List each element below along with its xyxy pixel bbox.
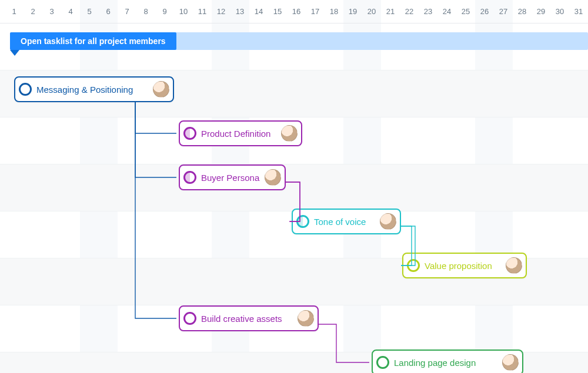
status-circle-icon xyxy=(183,312,196,325)
task-label: Value proposition xyxy=(425,261,501,271)
task-label: Tone of voice xyxy=(314,217,375,227)
timeline-day: 8 xyxy=(136,0,155,23)
tasklist-label: Open tasklist for all project members xyxy=(10,32,176,50)
task-messaging[interactable]: Messaging & Positioning xyxy=(14,76,174,102)
timeline-day: 3 xyxy=(42,0,61,23)
timeline-day: 23 xyxy=(419,0,437,23)
timeline-day: 29 xyxy=(532,0,550,23)
timeline-day: 15 xyxy=(268,0,287,23)
timeline-day: 14 xyxy=(249,0,268,23)
task-tone-of-voice[interactable]: Tone of voice xyxy=(292,209,401,234)
timeline-day: 21 xyxy=(381,0,400,23)
task-value-proposition[interactable]: Value proposition xyxy=(402,253,527,278)
timeline-day: 18 xyxy=(325,0,343,23)
tasklist-pointer-icon xyxy=(10,50,19,56)
timeline-day: 17 xyxy=(306,0,325,23)
task-label: Product Definition xyxy=(201,129,276,139)
avatar[interactable] xyxy=(506,257,522,274)
task-landing-page[interactable]: Landing page design xyxy=(372,350,523,373)
timeline-day: 1 xyxy=(5,0,24,23)
gantt-row xyxy=(0,164,588,211)
timeline-day: 25 xyxy=(456,0,475,23)
status-circle-icon xyxy=(296,215,309,228)
timeline-day: 22 xyxy=(400,0,419,23)
timeline-day: 27 xyxy=(494,0,513,23)
status-circle-icon xyxy=(407,259,420,272)
tasklist-banner[interactable]: Open tasklist for all project members xyxy=(10,32,588,50)
task-buyer-persona[interactable]: Buyer Persona xyxy=(179,164,286,190)
task-creative-assets[interactable]: Build creative assets xyxy=(179,305,319,331)
timeline-header: 1234567891011121314151617181920212223242… xyxy=(0,0,588,23)
timeline-day: 7 xyxy=(118,0,136,23)
avatar[interactable] xyxy=(380,213,396,230)
timeline-day: 11 xyxy=(193,0,212,23)
timeline-day: 5 xyxy=(80,0,99,23)
avatar[interactable] xyxy=(281,125,298,142)
task-product-definition[interactable]: Product Definition xyxy=(179,120,302,146)
timeline-day: 20 xyxy=(362,0,381,23)
task-label: Build creative assets xyxy=(201,314,293,324)
timeline-day: 30 xyxy=(550,0,569,23)
timeline-day: 16 xyxy=(287,0,306,23)
timeline-day: 6 xyxy=(99,0,118,23)
timeline-day: 28 xyxy=(513,0,532,23)
timeline-day: 13 xyxy=(230,0,249,23)
status-circle-icon xyxy=(376,356,389,369)
status-circle-icon xyxy=(183,171,196,184)
status-circle-icon xyxy=(19,83,32,96)
task-label: Messaging & Positioning xyxy=(36,85,148,95)
task-label: Landing page design xyxy=(394,358,497,368)
task-label: Buyer Persona xyxy=(201,173,260,183)
avatar[interactable] xyxy=(265,169,281,186)
timeline-day: 2 xyxy=(24,0,42,23)
avatar[interactable] xyxy=(298,310,314,327)
timeline-day: 4 xyxy=(61,0,80,23)
status-circle-icon xyxy=(183,127,196,140)
timeline-day: 26 xyxy=(475,0,494,23)
timeline-day: 12 xyxy=(212,0,230,23)
timeline-day: 19 xyxy=(343,0,362,23)
avatar[interactable] xyxy=(153,81,169,98)
timeline-day: 24 xyxy=(437,0,456,23)
timeline-day: 10 xyxy=(174,0,193,23)
avatar[interactable] xyxy=(502,354,519,371)
timeline-day: 9 xyxy=(155,0,174,23)
timeline-day: 31 xyxy=(569,0,588,23)
